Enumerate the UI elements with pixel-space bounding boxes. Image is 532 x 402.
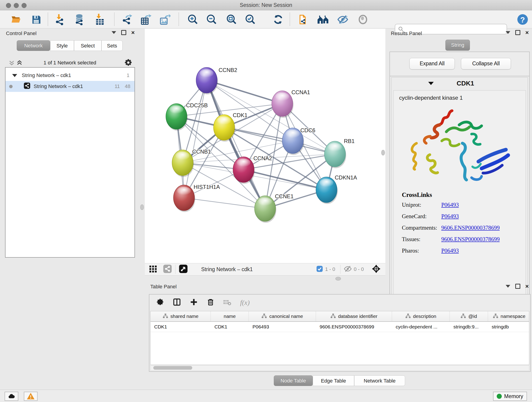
table-options-gear-icon[interactable] (156, 298, 164, 307)
edge-ccnb2-ccna1[interactable] (207, 80, 282, 104)
tab-network[interactable]: Network (17, 40, 50, 51)
tab-style[interactable]: Style (50, 40, 74, 51)
tab-string[interactable]: String (445, 40, 470, 51)
delete-column-trash-icon[interactable] (207, 298, 215, 307)
add-column-icon[interactable] (190, 298, 198, 307)
crosslink-value-link[interactable]: P06493 (441, 248, 459, 254)
network-collection-row[interactable]: String Network – cdk1 1 (6, 70, 134, 81)
memory-status-dot-icon (497, 394, 502, 399)
table-cell[interactable]: 9606.ENSP00000378699 (316, 322, 392, 332)
hide-unhide-button[interactable] (337, 13, 349, 26)
entry-header[interactable]: CDK1 (392, 77, 528, 89)
table-cell[interactable]: stringdb:9... (450, 322, 488, 332)
panel-menu-icon[interactable] (112, 31, 116, 34)
home-button[interactable] (317, 13, 329, 26)
tab-select[interactable]: Select (74, 40, 101, 51)
collapse-collection-icon[interactable] (12, 74, 17, 77)
float-panel-icon[interactable] (515, 284, 520, 289)
right-splitter-handle[interactable] (381, 150, 385, 155)
tab-sets[interactable]: Sets (101, 40, 123, 51)
close-panel-icon[interactable]: × (131, 30, 135, 35)
panel-menu-icon[interactable] (506, 31, 510, 34)
float-panel-icon[interactable] (515, 30, 520, 35)
table-cell[interactable]: CDK1 (151, 322, 211, 332)
node-ccna1[interactable] (272, 91, 293, 118)
horizontal-splitter-handle[interactable] (336, 277, 341, 281)
warnings-button[interactable] (24, 392, 38, 401)
left-splitter-handle[interactable] (140, 204, 144, 210)
crosslink-value-link[interactable]: 9606.ENSP00000378699 (441, 225, 500, 231)
node-ccna2[interactable] (233, 157, 255, 184)
column-header-shared-name[interactable]: shared name (151, 311, 211, 321)
import-network-database-button[interactable] (73, 13, 85, 26)
collapse-all-button[interactable]: Collapse All (461, 58, 511, 70)
cloud-button[interactable] (5, 392, 18, 401)
grid-view-icon[interactable] (149, 264, 157, 274)
selected-checkbox-icon (316, 265, 323, 274)
show-columns-icon[interactable] (173, 298, 181, 307)
zoom-out-button[interactable] (206, 13, 217, 26)
import-network-file-button[interactable] (54, 13, 66, 26)
birds-eye-view-icon[interactable] (179, 264, 188, 274)
tab-network-table[interactable]: Network Table (354, 375, 405, 386)
network-graph[interactable]: CCNB2CCNA1CDC25BCDK1CDC6RB1CCNB1CCNA2CDK… (145, 29, 385, 263)
memory-button[interactable]: Memory (493, 392, 527, 401)
collapse-entry-icon[interactable] (428, 82, 434, 85)
table-cell[interactable]: CDK1 (211, 322, 249, 332)
crosslink-value-link[interactable]: 9606.ENSP00000378699 (441, 236, 500, 242)
network-share-icon[interactable] (163, 264, 172, 274)
import-network-icon (54, 14, 66, 25)
node-hist1h1a[interactable] (173, 185, 195, 212)
table-horizontal-scrollbar[interactable] (150, 365, 529, 371)
scrollbar-thumb[interactable] (153, 366, 192, 370)
open-session-button[interactable] (10, 13, 22, 26)
node-label-ccne1: CCNE1 (275, 193, 293, 199)
column-header-canonical-name[interactable]: canonical name (249, 311, 316, 321)
table-cell[interactable]: P06493 (249, 322, 316, 332)
float-panel-icon[interactable] (121, 30, 126, 35)
panel-menu-icon[interactable] (506, 285, 510, 288)
help-button[interactable]: ? (517, 13, 529, 26)
node-cdc25b[interactable] (166, 104, 188, 131)
export-image-button[interactable] (159, 13, 171, 26)
network-row-selected[interactable]: String Network – cdk1 11 48 (6, 81, 134, 92)
zoom-selected-button[interactable] (244, 13, 256, 26)
network-view[interactable]: CCNB2CCNA1CDC25BCDK1CDC6RB1CCNB1CCNA2CDK… (145, 29, 385, 263)
table-cell[interactable]: cyclin-dependent ... (392, 322, 450, 332)
zoom-fit-button[interactable] (225, 13, 237, 26)
show-eye-button[interactable] (357, 13, 369, 26)
clone-network-button[interactable] (298, 13, 310, 26)
edge-ccnb2-hist1h1a[interactable] (184, 80, 207, 198)
column-header-name[interactable]: name (211, 311, 249, 321)
table-row[interactable]: CDK1CDK1P064939606.ENSP00000378699cyclin… (151, 322, 529, 332)
column-header--id[interactable]: @id (450, 311, 488, 321)
refresh-view-button[interactable] (272, 13, 284, 26)
export-network-button[interactable] (121, 13, 133, 26)
expand-all-button[interactable]: Expand All (409, 58, 455, 70)
column-header-database-identifier[interactable]: database identifier (316, 311, 392, 321)
crosslink-value-link[interactable]: P06493 (441, 213, 459, 220)
save-session-button[interactable] (30, 13, 42, 26)
edge-ccna2-cdkn1a[interactable] (244, 170, 326, 190)
results-content: Expand All Collapse All CDK1 cyclin-depe… (389, 51, 530, 308)
fit-selected-crosshair-icon[interactable] (372, 264, 381, 274)
node-rb1[interactable] (324, 141, 346, 168)
zoom-in-button[interactable] (187, 13, 199, 26)
network-options-gear-icon[interactable] (124, 58, 133, 68)
crosslink-value-link[interactable]: P06493 (441, 202, 459, 208)
import-table-button[interactable] (94, 13, 106, 26)
close-panel-icon[interactable]: × (525, 284, 529, 288)
close-panel-icon[interactable]: × (525, 30, 529, 35)
column-header-description[interactable]: description (392, 311, 450, 321)
node-ccne1[interactable] (254, 196, 276, 223)
table-cell[interactable]: stringdb (488, 322, 529, 332)
edge-hist1h1a-ccne1[interactable] (184, 198, 265, 209)
node-ccnb1[interactable] (172, 150, 194, 177)
node-cdk1[interactable] (214, 115, 235, 142)
tab-edge-table[interactable]: Edge Table (313, 375, 354, 386)
column-header-namespace[interactable]: namespace (488, 311, 529, 321)
tab-node-table[interactable]: Node Table (274, 375, 313, 386)
node-cdkn1a[interactable] (316, 177, 338, 204)
export-table-button[interactable] (140, 13, 152, 26)
node-ccnb2[interactable] (196, 67, 218, 95)
